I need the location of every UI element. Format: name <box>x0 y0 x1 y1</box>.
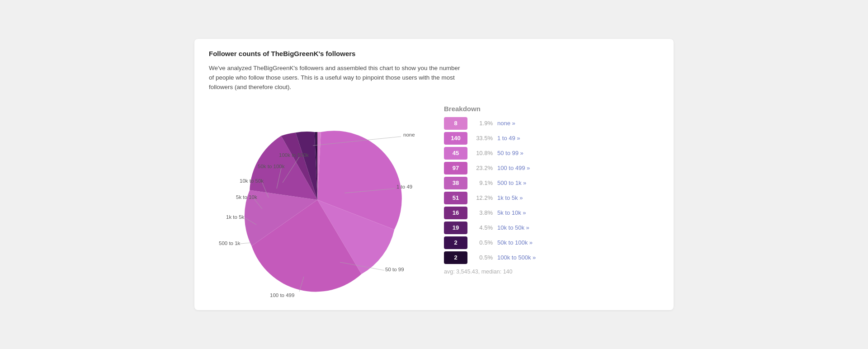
description-text: We've analyzed TheBigGreenK's followers … <box>209 64 462 92</box>
breakdown-rows: 81.9%none »14033.5%1 to 49 »4510.8%50 to… <box>444 117 659 264</box>
breakdown-row: 9723.2%100 to 499 » <box>444 162 659 174</box>
breakdown-badge: 16 <box>444 207 467 219</box>
breakdown-badge: 45 <box>444 147 467 160</box>
breakdown-row: 20.5%100k to 500k » <box>444 251 659 264</box>
breakdown-pct: 0.5% <box>472 239 493 246</box>
breakdown-link[interactable]: 100k to 500k » <box>497 254 536 261</box>
breakdown-pct: 4.5% <box>472 224 493 231</box>
breakdown-link[interactable]: 10k to 50k » <box>497 224 529 231</box>
breakdown-link[interactable]: 5k to 10k » <box>497 209 526 216</box>
breakdown-pct: 33.5% <box>472 135 493 141</box>
label-none: none <box>403 132 415 137</box>
breakdown-link[interactable]: 1k to 5k » <box>497 194 523 201</box>
page-title: Follower counts of TheBigGreenK's follow… <box>209 50 659 57</box>
breakdown-pct: 3.8% <box>472 209 493 216</box>
breakdown-link[interactable]: 50k to 100k » <box>497 239 533 246</box>
breakdown-row: 14033.5%1 to 49 » <box>444 132 659 145</box>
breakdown-pct: 0.5% <box>472 254 493 261</box>
breakdown-pct: 12.2% <box>472 194 493 201</box>
breakdown-pct: 10.8% <box>472 150 493 156</box>
breakdown-row: 81.9%none » <box>444 117 659 130</box>
breakdown-row: 20.5%50k to 100k » <box>444 236 659 249</box>
chart-area: none 1 to 49 50 to 99 100 to 499 500 to … <box>209 105 426 299</box>
breakdown-link[interactable]: 100 to 499 » <box>497 165 530 171</box>
avg-line: avg: 3,545.43, median: 140 <box>444 269 659 275</box>
breakdown-row: 194.5%10k to 50k » <box>444 222 659 234</box>
breakdown-panel: Breakdown 81.9%none »14033.5%1 to 49 »45… <box>444 105 659 275</box>
breakdown-badge: 51 <box>444 192 467 204</box>
breakdown-link[interactable]: 1 to 49 » <box>497 135 520 141</box>
breakdown-pct: 23.2% <box>472 165 493 171</box>
content-row: none 1 to 49 50 to 99 100 to 499 500 to … <box>209 105 659 299</box>
pie-chart <box>241 123 394 277</box>
main-card: Follower counts of TheBigGreenK's follow… <box>194 39 674 310</box>
breakdown-link[interactable]: 500 to 1k » <box>497 179 526 186</box>
breakdown-badge: 2 <box>444 236 467 249</box>
label-500to1k: 500 to 1k <box>219 241 240 246</box>
breakdown-title: Breakdown <box>444 105 659 113</box>
breakdown-badge: 97 <box>444 162 467 174</box>
breakdown-badge: 140 <box>444 132 467 145</box>
breakdown-badge: 2 <box>444 251 467 264</box>
breakdown-pct: 9.1% <box>472 179 493 186</box>
breakdown-link[interactable]: none » <box>497 120 515 127</box>
breakdown-badge: 8 <box>444 117 467 130</box>
breakdown-link[interactable]: 50 to 99 » <box>497 150 524 156</box>
breakdown-row: 4510.8%50 to 99 » <box>444 147 659 160</box>
breakdown-row: 389.1%500 to 1k » <box>444 177 659 189</box>
breakdown-pct: 1.9% <box>472 120 493 127</box>
breakdown-badge: 38 <box>444 177 467 189</box>
breakdown-row: 5112.2%1k to 5k » <box>444 192 659 204</box>
breakdown-badge: 19 <box>444 222 467 234</box>
breakdown-row: 163.8%5k to 10k » <box>444 207 659 219</box>
label-100to499: 100 to 499 <box>270 292 294 298</box>
